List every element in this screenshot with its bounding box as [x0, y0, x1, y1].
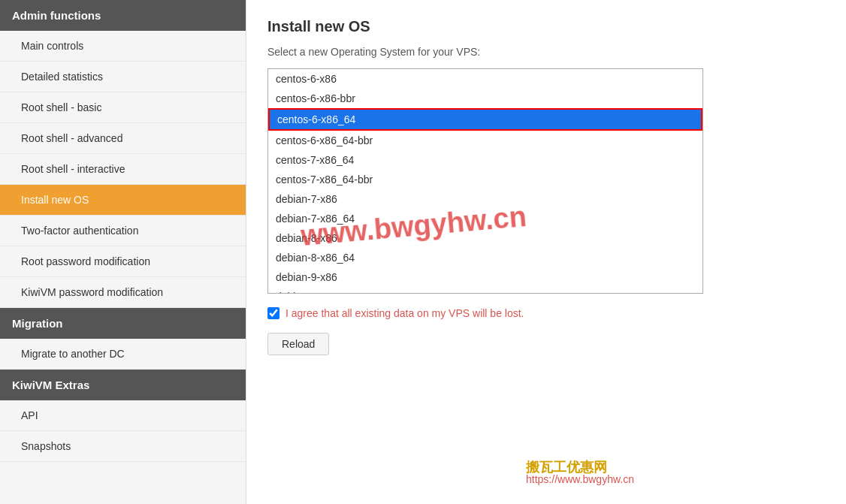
os-option[interactable]: centos-6-x86 — [268, 69, 702, 89]
agree-label: I agree that all existing data on my VPS… — [286, 307, 524, 319]
sidebar-item-two-factor-authentication[interactable]: Two-factor authentication — [0, 216, 246, 246]
sidebar-section-header: KiwiVM Extras — [0, 370, 246, 400]
os-select-list[interactable]: centos-6-x86centos-6-x86-bbrcentos-6-x86… — [267, 68, 703, 294]
agree-row: I agree that all existing data on my VPS… — [267, 307, 825, 319]
sidebar: Admin functionsMain controlsDetailed sta… — [0, 0, 246, 504]
os-option[interactable]: centos-6-x86_64-bbr — [268, 131, 702, 150]
sidebar-item-root-password-modification[interactable]: Root password modification — [0, 246, 246, 277]
sidebar-item-root-shell---advanced[interactable]: Root shell - advanced — [0, 123, 246, 154]
subtitle: Select a new Operating System for your V… — [267, 46, 825, 58]
sidebar-item-root-shell---basic[interactable]: Root shell - basic — [0, 92, 246, 123]
os-option[interactable]: debian-9-x86_64 — [268, 287, 702, 294]
sidebar-section-header: Admin functions — [0, 0, 246, 31]
os-option[interactable]: debian-9-x86 — [268, 267, 702, 287]
os-option[interactable]: debian-8-x86 — [268, 228, 702, 248]
os-option[interactable]: centos-6-x86-bbr — [268, 89, 702, 108]
os-option[interactable]: debian-7-x86_64 — [268, 209, 702, 228]
sidebar-section-header: Migration — [0, 308, 246, 339]
main-content: Install new OS Select a new Operating Sy… — [246, 0, 846, 504]
sidebar-item-migrate-to-another-dc[interactable]: Migrate to another DC — [0, 339, 246, 370]
os-option[interactable]: centos-7-x86_64 — [268, 150, 702, 170]
os-option[interactable]: debian-7-x86 — [268, 189, 702, 209]
page-title: Install new OS — [267, 18, 825, 35]
reload-button[interactable]: Reload — [267, 333, 329, 355]
sidebar-item-kiwivm-password-modification[interactable]: KiwiVM password modification — [0, 277, 246, 308]
agree-checkbox[interactable] — [267, 307, 279, 319]
sidebar-item-install-new-os[interactable]: Install new OS — [0, 185, 246, 216]
os-option[interactable]: debian-8-x86_64 — [268, 248, 702, 267]
os-option[interactable]: centos-7-x86_64-bbr — [268, 170, 702, 189]
sidebar-item-snapshots[interactable]: Snapshots — [0, 431, 246, 462]
sidebar-item-detailed-statistics[interactable]: Detailed statistics — [0, 62, 246, 92]
sidebar-item-api[interactable]: API — [0, 400, 246, 431]
os-option[interactable]: centos-6-x86_64 — [268, 108, 702, 131]
sidebar-item-root-shell---interactive[interactable]: Root shell - interactive — [0, 154, 246, 185]
sidebar-item-main-controls[interactable]: Main controls — [0, 31, 246, 62]
